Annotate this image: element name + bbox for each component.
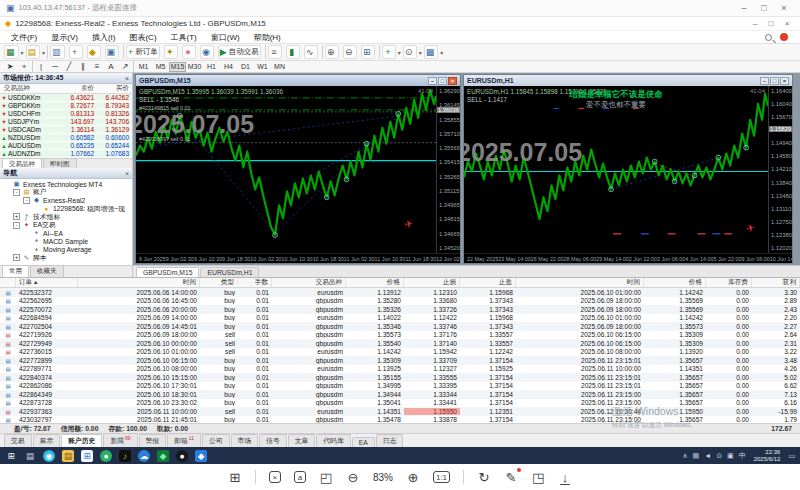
menu-tools[interactable]: 工具(T) <box>164 32 204 43</box>
translate-icon[interactable]: a <box>294 471 306 483</box>
tf-h4[interactable]: H4 <box>220 62 237 72</box>
tf-m5[interactable]: M5 <box>152 62 169 72</box>
chart-minimize-button[interactable]: – <box>428 77 437 85</box>
chart-plot-eurusd[interactable]: EURUSDm,H1 1.15845 1.15898 1.15796 1.158… <box>464 86 768 253</box>
periods-icon[interactable]: ⊙ <box>403 45 417 59</box>
edge-icon[interactable]: ◉ <box>43 450 55 462</box>
column-header[interactable]: 时间 <box>78 278 200 287</box>
app-maximize-button[interactable]: □ <box>763 19 779 28</box>
app-close-button[interactable]: × <box>779 19 795 28</box>
tree-item[interactable]: ● 12298568: 稳回增强~现 <box>0 205 132 213</box>
tree-item[interactable]: ✦ Moving Average <box>0 246 132 254</box>
network-icon[interactable]: ▤ <box>693 452 700 460</box>
zoom-level[interactable]: 83% <box>373 469 393 485</box>
bluetooth-icon[interactable]: ⊙ <box>716 452 722 460</box>
ocr-icon[interactable]: × <box>269 471 281 483</box>
menu-file[interactable]: 文件(F) <box>4 32 44 43</box>
text-icon[interactable]: A <box>105 62 117 72</box>
close-icon[interactable]: × <box>125 75 129 82</box>
expander-icon[interactable]: - <box>23 197 30 204</box>
column-header[interactable]: 价格 <box>644 278 706 287</box>
new-chart-icon[interactable]: ▦ <box>4 45 19 59</box>
cursor-icon[interactable]: ➤ <box>4 62 16 72</box>
history-row[interactable]: ▤ 422840374 2025.06.10 15:15:00 buy 0.01… <box>0 373 800 382</box>
column-header[interactable]: 手数 <box>238 278 272 287</box>
history-row[interactable]: ▤ 422719926 2025.06.09 18:00:00 sell 0.0… <box>0 331 800 340</box>
notification-icon[interactable] <box>780 33 788 41</box>
candlestick-chart-icon[interactable]: ▮ <box>286 45 300 59</box>
column-header[interactable]: 订单 ▴ <box>16 278 78 287</box>
store-icon[interactable]: ⊞ <box>81 450 93 462</box>
green-app-icon[interactable]: ◆ <box>157 450 169 462</box>
chart-maximize-button[interactable]: □ <box>438 77 447 85</box>
tf-m15[interactable]: M15 <box>169 62 186 72</box>
history-row[interactable]: ▤ 422532372 2025.06.06 14:00:00 buy 0.01… <box>0 288 800 297</box>
column-header[interactable]: 时间 <box>516 278 644 287</box>
rdp-minimize-button[interactable]: – <box>734 3 754 13</box>
market-watch-row[interactable]: AUDUSDm 0.65235 0.65244 <box>0 142 132 150</box>
time-axis[interactable]: 22 May 202523 May 14:0026 May 22:0028 Ma… <box>464 253 792 263</box>
tf-w1[interactable]: W1 <box>254 62 271 72</box>
chart-plot-gbpusd[interactable]: GBPUSDm,M15 1.35995 1.36039 1.35991 1.36… <box>136 86 436 253</box>
horizontal-line-icon[interactable]: ─ <box>49 62 61 72</box>
terminal-tab-alerts[interactable]: 警报 <box>139 434 167 447</box>
ime-indicator[interactable]: 中 <box>739 451 746 461</box>
zoom-out-icon[interactable]: ⊖ <box>346 469 360 485</box>
expert-advisors-icon[interactable]: ✦ <box>164 45 178 59</box>
rdp-maximize-button[interactable]: □ <box>754 3 774 13</box>
tree-item[interactable]: ▣ Exness Technologies MT4 <box>0 180 132 188</box>
chart-close-button[interactable]: × <box>780 77 789 85</box>
wechat-icon[interactable]: ● <box>100 450 112 462</box>
history-row[interactable]: ▤ 422789771 2025.06.10 08:00:00 buy 0.01… <box>0 365 800 374</box>
market-watch-row[interactable]: USDJPYm 143.697 143.706 <box>0 118 132 126</box>
taskbar-clock[interactable]: 22:36 2025/6/12 <box>751 449 784 462</box>
price-scale[interactable]: 1.164001.160401.156701.153101.149401.145… <box>768 86 792 253</box>
market-watch-row[interactable]: USDDKKm 6.43621 6.44262 <box>0 94 132 102</box>
profiles-icon[interactable]: ▤ <box>26 45 41 59</box>
tree-item[interactable]: - ✦ EA交易 <box>0 221 132 229</box>
community-icon[interactable]: ● <box>182 45 196 59</box>
terminal-tab-news[interactable]: 新闻99 <box>103 433 137 447</box>
tf-m30[interactable]: M30 <box>186 62 203 72</box>
trendline-icon[interactable]: ╱ <box>63 62 75 72</box>
rdp-title-bar[interactable]: ▣ 103.40.13.47:56137 - 远程桌面连接 – □ × <box>0 0 800 17</box>
tray-expand-icon[interactable]: ∧ <box>682 452 687 460</box>
tree-item[interactable]: ✦ AI--EA <box>0 229 132 237</box>
column-header[interactable]: 获利 <box>752 278 800 287</box>
column-header[interactable]: 交易品种 <box>272 278 346 287</box>
expander-icon[interactable]: + <box>13 254 20 261</box>
terminal-icon[interactable]: ▣ <box>105 45 120 59</box>
terminal-tab-exposure[interactable]: 展示 <box>33 434 61 447</box>
history-row[interactable]: ▤ 422684594 2025.06.09 14:00:00 buy 0.01… <box>0 314 800 323</box>
app-minimize-button[interactable]: – <box>747 19 763 28</box>
column-header[interactable]: 止损 <box>404 278 460 287</box>
close-icon[interactable]: × <box>125 170 129 177</box>
history-row[interactable]: ▤ 422702504 2025.06.09 14:45:01 buy 0.01… <box>0 322 800 331</box>
history-row[interactable]: ▤ 422772899 2025.06.10 06:15:00 buy 0.01… <box>0 356 800 365</box>
data-window-icon[interactable]: + <box>69 45 83 59</box>
app-title-bar[interactable]: ◆ 12298568: Exness-Real2 - Exness Techno… <box>0 17 800 31</box>
market-watch-icon[interactable]: ▥ <box>50 45 65 59</box>
menu-view[interactable]: 显示(V) <box>44 32 85 43</box>
history-row[interactable]: ▤ 422736015 2025.06.10 01:00:00 sell 0.0… <box>0 348 800 357</box>
chart-maximize-button[interactable]: □ <box>770 77 779 85</box>
terminal-tab-ea[interactable]: EA <box>352 437 375 447</box>
tf-mn[interactable]: MN <box>271 62 288 72</box>
terminal-tab-mailbox[interactable]: 邮箱11 <box>167 433 201 447</box>
autotrading-button[interactable]: ▶自动交易 <box>218 45 261 59</box>
terminal-tab-articles[interactable]: 文章 <box>288 434 316 447</box>
nav-tab-common[interactable]: 常用 <box>2 265 29 277</box>
terminal-tab-signals[interactable]: 信号 <box>259 434 287 447</box>
terminal-tab-market[interactable]: 市场 <box>231 434 259 447</box>
terminal-tab-history[interactable]: 账户历史 <box>61 434 102 447</box>
chart-window-title-bar[interactable]: EURUSDm,H1 – □ × <box>464 75 792 86</box>
chart-window-title-bar[interactable]: GBPUSDm,M15 – □ × <box>136 75 460 86</box>
thumbnails-icon[interactable]: ⊞ <box>228 469 242 485</box>
music-icon[interactable]: ♪ <box>119 450 131 462</box>
tree-item[interactable]: + ƒ 技术指标 <box>0 213 132 221</box>
indicators-icon[interactable]: + <box>382 45 396 59</box>
expander-icon[interactable]: - <box>13 222 20 229</box>
navigator-header[interactable]: 导航 × <box>0 168 132 179</box>
terminal-tab-journal[interactable]: 日志 <box>376 434 404 447</box>
templates-icon[interactable]: ▩ <box>424 45 439 59</box>
